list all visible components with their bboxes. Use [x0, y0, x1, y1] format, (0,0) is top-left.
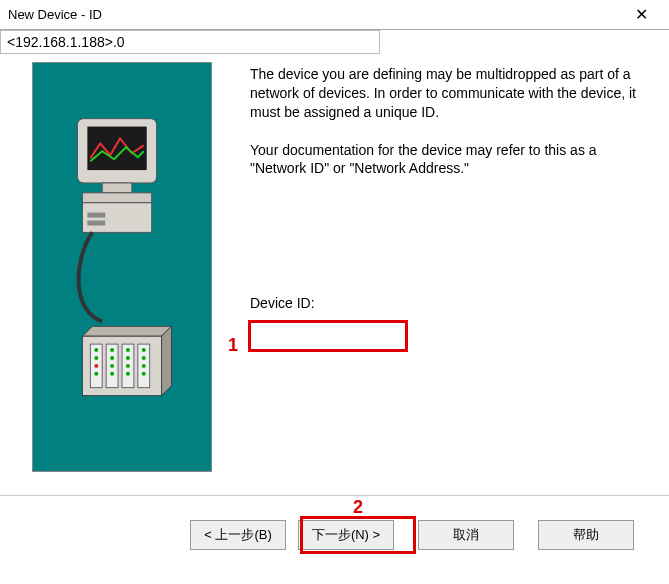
svg-point-14 [94, 348, 98, 352]
wizard-illustration [32, 62, 212, 472]
svg-point-26 [142, 348, 146, 352]
annotation-1: 1 [228, 335, 238, 356]
device-id-input[interactable] [0, 30, 380, 54]
close-icon[interactable]: ✕ [621, 5, 661, 24]
svg-point-17 [94, 372, 98, 376]
svg-point-23 [126, 356, 130, 360]
svg-point-29 [142, 372, 146, 376]
svg-rect-3 [82, 193, 151, 203]
back-button[interactable]: < 上一步(B) [190, 520, 286, 550]
cancel-button[interactable]: 取消 [418, 520, 514, 550]
svg-rect-5 [87, 213, 105, 218]
description-text: The device you are defining may be multi… [250, 65, 645, 178]
annotation-1-box [248, 320, 408, 352]
svg-point-18 [110, 348, 114, 352]
window-title: New Device - ID [8, 7, 621, 22]
svg-point-20 [110, 364, 114, 368]
device-id-label: Device ID: [250, 295, 315, 311]
svg-point-27 [142, 356, 146, 360]
annotation-2: 2 [353, 497, 363, 518]
svg-point-16 [94, 364, 98, 368]
svg-point-25 [126, 372, 130, 376]
button-row: 2 < 上一步(B) 下一步(N) > 取消 帮助 [0, 505, 669, 575]
next-button[interactable]: 下一步(N) > [298, 520, 394, 550]
description-para1: The device you are defining may be multi… [250, 65, 645, 122]
separator [0, 495, 669, 496]
titlebar: New Device - ID ✕ [0, 0, 669, 30]
svg-point-21 [110, 372, 114, 376]
svg-point-28 [142, 364, 146, 368]
svg-point-19 [110, 356, 114, 360]
svg-point-24 [126, 364, 130, 368]
svg-marker-7 [82, 326, 171, 336]
dialog-content: The device you are defining may be multi… [0, 30, 669, 495]
svg-point-22 [126, 348, 130, 352]
svg-point-15 [94, 356, 98, 360]
description-para2: Your documentation for the device may re… [250, 141, 645, 179]
svg-marker-8 [162, 326, 172, 395]
svg-rect-2 [102, 183, 132, 193]
svg-rect-6 [87, 221, 105, 226]
help-button[interactable]: 帮助 [538, 520, 634, 550]
